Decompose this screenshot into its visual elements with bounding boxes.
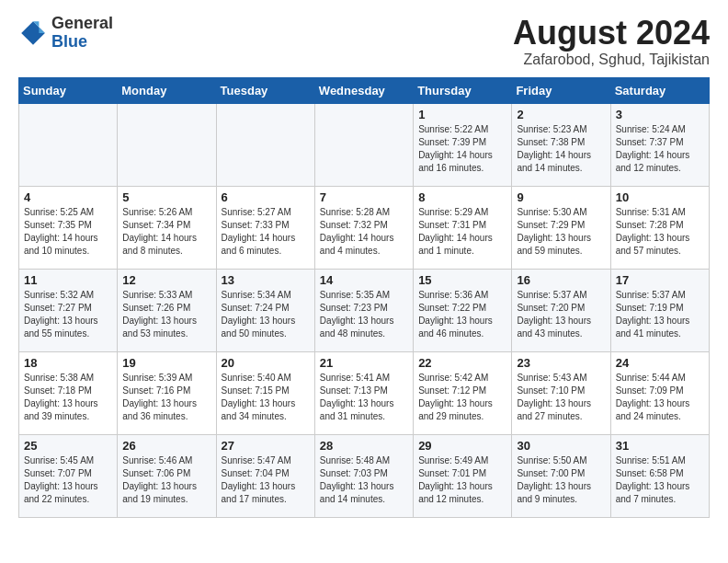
day-info: Sunrise: 5:23 AM Sunset: 7:38 PM Dayligh… [517,123,605,175]
day-info: Sunrise: 5:35 AM Sunset: 7:23 PM Dayligh… [320,289,408,340]
day-number: 6 [222,190,310,204]
calendar-cell: 11Sunrise: 5:32 AM Sunset: 7:27 PM Dayli… [19,269,118,351]
calendar-cell [314,103,413,186]
day-info: Sunrise: 5:51 AM Sunset: 6:58 PM Dayligh… [616,454,704,506]
calendar-cell [19,103,118,186]
weekday-header: Monday [118,77,216,103]
day-info: Sunrise: 5:47 AM Sunset: 7:04 PM Dayligh… [222,454,310,506]
weekday-header: Friday [512,77,610,103]
calendar-subtitle: Zafarobod, Sghud, Tajikistan [513,52,710,68]
calendar-cell: 20Sunrise: 5:40 AM Sunset: 7:15 PM Dayli… [216,351,314,434]
day-info: Sunrise: 5:41 AM Sunset: 7:13 PM Dayligh… [320,372,408,423]
day-number: 1 [418,108,506,121]
weekday-header-row: SundayMondayTuesdayWednesdayThursdayFrid… [19,77,710,103]
day-number: 24 [616,356,704,370]
day-number: 27 [222,439,310,453]
logo-general-text: General [51,14,113,32]
calendar-cell: 3Sunrise: 5:24 AM Sunset: 7:37 PM Daylig… [610,103,709,186]
day-number: 19 [122,356,210,370]
day-info: Sunrise: 5:38 AM Sunset: 7:18 PM Dayligh… [24,372,112,423]
day-info: Sunrise: 5:25 AM Sunset: 7:35 PM Dayligh… [24,206,112,258]
day-number: 15 [418,273,506,287]
calendar-cell: 8Sunrise: 5:29 AM Sunset: 7:31 PM Daylig… [414,186,512,269]
day-number: 12 [122,273,210,287]
calendar-cell: 13Sunrise: 5:34 AM Sunset: 7:24 PM Dayli… [216,269,314,351]
logo-text: General Blue [51,15,113,52]
day-info: Sunrise: 5:46 AM Sunset: 7:06 PM Dayligh… [122,454,210,506]
page-header: General Blue August 2024 Zafarobod, Sghu… [18,15,710,68]
day-number: 18 [24,356,112,370]
calendar-cell: 25Sunrise: 5:45 AM Sunset: 7:07 PM Dayli… [19,434,118,517]
calendar-body: 1Sunrise: 5:22 AM Sunset: 7:39 PM Daylig… [19,103,710,517]
calendar-cell: 10Sunrise: 5:31 AM Sunset: 7:28 PM Dayli… [610,186,709,269]
calendar-cell: 2Sunrise: 5:23 AM Sunset: 7:38 PM Daylig… [512,103,610,186]
day-info: Sunrise: 5:32 AM Sunset: 7:27 PM Dayligh… [24,289,112,340]
calendar-cell: 30Sunrise: 5:50 AM Sunset: 7:00 PM Dayli… [512,434,610,517]
day-info: Sunrise: 5:24 AM Sunset: 7:37 PM Dayligh… [616,123,704,175]
day-number: 17 [616,273,704,287]
day-info: Sunrise: 5:44 AM Sunset: 7:09 PM Dayligh… [616,372,704,423]
day-info: Sunrise: 5:48 AM Sunset: 7:03 PM Dayligh… [320,454,408,506]
day-number: 4 [24,190,112,204]
calendar-week-row: 25Sunrise: 5:45 AM Sunset: 7:07 PM Dayli… [19,434,710,517]
calendar-cell: 31Sunrise: 5:51 AM Sunset: 6:58 PM Dayli… [610,434,709,517]
day-info: Sunrise: 5:37 AM Sunset: 7:19 PM Dayligh… [616,289,704,340]
calendar-cell: 23Sunrise: 5:43 AM Sunset: 7:10 PM Dayli… [512,351,610,434]
calendar-cell: 4Sunrise: 5:25 AM Sunset: 7:35 PM Daylig… [19,186,118,269]
day-info: Sunrise: 5:40 AM Sunset: 7:15 PM Dayligh… [222,372,310,423]
weekday-header: Thursday [414,77,512,103]
calendar-cell: 5Sunrise: 5:26 AM Sunset: 7:34 PM Daylig… [118,186,216,269]
calendar-cell: 12Sunrise: 5:33 AM Sunset: 7:26 PM Dayli… [118,269,216,351]
day-number: 25 [24,439,112,453]
day-number: 30 [517,439,605,453]
calendar-cell: 17Sunrise: 5:37 AM Sunset: 7:19 PM Dayli… [610,269,709,351]
day-info: Sunrise: 5:49 AM Sunset: 7:01 PM Dayligh… [418,454,506,506]
calendar-week-row: 11Sunrise: 5:32 AM Sunset: 7:27 PM Dayli… [19,269,710,351]
calendar-table: SundayMondayTuesdayWednesdayThursdayFrid… [18,77,710,518]
calendar-cell: 6Sunrise: 5:27 AM Sunset: 7:33 PM Daylig… [216,186,314,269]
day-info: Sunrise: 5:28 AM Sunset: 7:32 PM Dayligh… [320,206,408,258]
calendar-week-row: 4Sunrise: 5:25 AM Sunset: 7:35 PM Daylig… [19,186,710,269]
day-number: 21 [320,356,408,370]
day-info: Sunrise: 5:39 AM Sunset: 7:16 PM Dayligh… [122,372,210,423]
calendar-cell: 22Sunrise: 5:42 AM Sunset: 7:12 PM Dayli… [414,351,512,434]
day-number: 14 [320,273,408,287]
calendar-cell [118,103,216,186]
calendar-cell: 28Sunrise: 5:48 AM Sunset: 7:03 PM Dayli… [314,434,413,517]
calendar-cell: 16Sunrise: 5:37 AM Sunset: 7:20 PM Dayli… [512,269,610,351]
day-info: Sunrise: 5:22 AM Sunset: 7:39 PM Dayligh… [418,123,506,175]
day-number: 7 [320,190,408,204]
day-info: Sunrise: 5:45 AM Sunset: 7:07 PM Dayligh… [24,454,112,506]
calendar-cell: 18Sunrise: 5:38 AM Sunset: 7:18 PM Dayli… [19,351,118,434]
calendar-title-block: August 2024 Zafarobod, Sghud, Tajikistan [513,15,710,68]
day-number: 20 [222,356,310,370]
calendar-cell: 24Sunrise: 5:44 AM Sunset: 7:09 PM Dayli… [610,351,709,434]
day-number: 22 [418,356,506,370]
logo-blue-text: Blue [51,32,87,51]
weekday-header: Tuesday [216,77,314,103]
calendar-cell: 14Sunrise: 5:35 AM Sunset: 7:23 PM Dayli… [314,269,413,351]
day-info: Sunrise: 5:36 AM Sunset: 7:22 PM Dayligh… [418,289,506,340]
calendar-cell: 15Sunrise: 5:36 AM Sunset: 7:22 PM Dayli… [414,269,512,351]
weekday-header: Sunday [19,77,118,103]
day-number: 29 [418,439,506,453]
day-info: Sunrise: 5:30 AM Sunset: 7:29 PM Dayligh… [517,206,605,258]
weekday-header: Wednesday [314,77,413,103]
day-info: Sunrise: 5:37 AM Sunset: 7:20 PM Dayligh… [517,289,605,340]
day-info: Sunrise: 5:31 AM Sunset: 7:28 PM Dayligh… [616,206,704,258]
day-info: Sunrise: 5:26 AM Sunset: 7:34 PM Dayligh… [122,206,210,258]
day-number: 3 [616,108,704,121]
calendar-cell: 27Sunrise: 5:47 AM Sunset: 7:04 PM Dayli… [216,434,314,517]
day-info: Sunrise: 5:50 AM Sunset: 7:00 PM Dayligh… [517,454,605,506]
calendar-cell: 1Sunrise: 5:22 AM Sunset: 7:39 PM Daylig… [414,103,512,186]
calendar-cell: 7Sunrise: 5:28 AM Sunset: 7:32 PM Daylig… [314,186,413,269]
day-number: 9 [517,190,605,204]
calendar-cell: 26Sunrise: 5:46 AM Sunset: 7:06 PM Dayli… [118,434,216,517]
day-info: Sunrise: 5:33 AM Sunset: 7:26 PM Dayligh… [122,289,210,340]
day-number: 13 [222,273,310,287]
calendar-week-row: 1Sunrise: 5:22 AM Sunset: 7:39 PM Daylig… [19,103,710,186]
calendar-cell [216,103,314,186]
day-number: 31 [616,439,704,453]
calendar-cell: 29Sunrise: 5:49 AM Sunset: 7:01 PM Dayli… [414,434,512,517]
calendar-week-row: 18Sunrise: 5:38 AM Sunset: 7:18 PM Dayli… [19,351,710,434]
